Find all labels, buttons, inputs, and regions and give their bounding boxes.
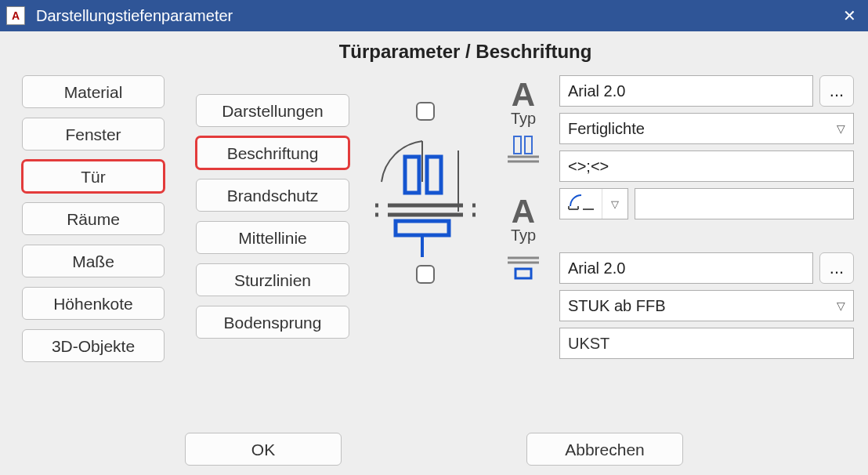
subtab-bodensprung[interactable]: Bodensprung — [196, 306, 349, 339]
door-diagram-icon — [367, 133, 483, 259]
app-icon: A — [6, 6, 25, 25]
readonly-value-bottom[interactable]: UKST — [559, 328, 854, 359]
chevron-down-icon: ▽ — [602, 198, 627, 210]
preview-column — [363, 75, 487, 284]
subtab-list: Darstellungen Beschriftung Brandschutz M… — [196, 94, 349, 348]
sidebar-item-hoehenkote[interactable]: Höhenkote — [22, 287, 165, 320]
sidebar-item-masse[interactable]: Maße — [22, 245, 165, 277]
dialog-window: A Darstellungstiefenparameter ✕ Türparam… — [0, 0, 868, 475]
sidebar-item-tuer[interactable]: Tür — [22, 160, 165, 193]
label-indicator-column: A Typ A Typ — [487, 75, 559, 285]
chevron-down-icon: ▽ — [837, 299, 845, 312]
sidebar-item-raeume[interactable]: Räume — [22, 202, 165, 235]
font-input-bottom[interactable]: Arial 2.0 — [559, 252, 813, 284]
dialog-footer: OK Abbrechen — [0, 433, 868, 466]
expression-input-top[interactable]: <>;<> — [559, 150, 854, 182]
door-bottom-icon — [505, 249, 541, 285]
svg-rect-11 — [525, 136, 532, 154]
extra-input-top[interactable] — [635, 188, 854, 219]
sidebar-item-material[interactable]: Material — [22, 75, 165, 108]
font-browse-bottom[interactable]: ... — [819, 252, 854, 284]
category-sidebar: Material Fenster Tür Räume Maße Höhenkot… — [22, 75, 165, 372]
sidebar-item-3d-objekte[interactable]: 3D-Objekte — [22, 329, 165, 362]
type-select-top[interactable]: Fertiglichte ▽ — [559, 113, 854, 144]
type-select-bottom-value: STUK ab FFB — [568, 297, 665, 315]
sidebar-item-fenster[interactable]: Fenster — [22, 118, 165, 150]
font-input-top[interactable]: Arial 2.0 — [559, 75, 813, 107]
subtab-sturzlinien[interactable]: Sturzlinien — [196, 263, 349, 296]
titlebar: A Darstellungstiefenparameter ✕ — [0, 0, 868, 31]
position-picker-icon — [560, 189, 602, 219]
svg-rect-8 — [396, 221, 449, 235]
font-indicator-bottom: A — [512, 195, 535, 228]
type-select-bottom[interactable]: STUK ab FFB ▽ — [559, 290, 854, 321]
typ-label-top: Typ — [511, 110, 536, 128]
svg-rect-16 — [515, 269, 531, 278]
svg-rect-2 — [427, 157, 441, 193]
svg-rect-1 — [405, 157, 419, 193]
subtab-brandschutz[interactable]: Brandschutz — [196, 179, 349, 212]
subtab-beschriftung[interactable]: Beschriftung — [196, 136, 349, 169]
svg-rect-6 — [463, 196, 472, 224]
svg-rect-5 — [378, 196, 388, 224]
door-top-icon — [505, 132, 541, 169]
font-indicator-top: A — [512, 78, 535, 111]
cancel-button[interactable]: Abbrechen — [526, 433, 683, 466]
font-browse-top[interactable]: ... — [819, 75, 854, 107]
window-title: Darstellungstiefenparameter — [36, 7, 830, 25]
ok-button[interactable]: OK — [185, 433, 342, 466]
page-title: Türparameter / Beschriftung — [0, 41, 868, 63]
subtab-darstellungen[interactable]: Darstellungen — [196, 94, 349, 127]
position-picker-top[interactable]: ▽ — [559, 188, 628, 219]
label-bottom-checkbox[interactable] — [416, 265, 435, 284]
form-column: Arial 2.0 ... Fertiglichte ▽ <>;<> — [559, 75, 854, 365]
type-select-top-value: Fertiglichte — [568, 120, 645, 138]
window-close-button[interactable]: ✕ — [830, 0, 868, 31]
label-top-checkbox[interactable] — [416, 102, 435, 121]
dialog-content: Türparameter / Beschriftung Material Fen… — [0, 31, 868, 475]
svg-rect-10 — [514, 136, 521, 154]
chevron-down-icon: ▽ — [837, 122, 845, 135]
subtab-mittellinie[interactable]: Mittellinie — [196, 221, 349, 254]
typ-label-bottom: Typ — [511, 227, 536, 245]
